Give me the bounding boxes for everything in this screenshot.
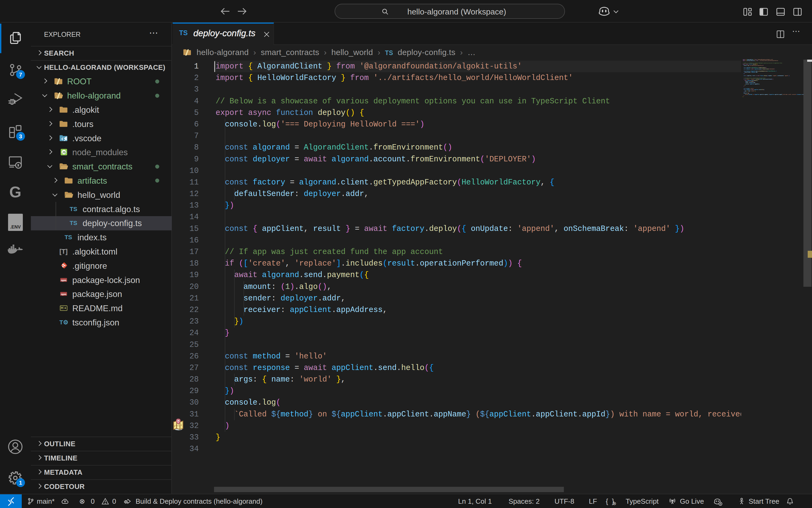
svg-text:npm: npm <box>61 279 66 282</box>
svg-text:npm: npm <box>61 293 66 296</box>
svg-text:JS: JS <box>62 151 66 154</box>
